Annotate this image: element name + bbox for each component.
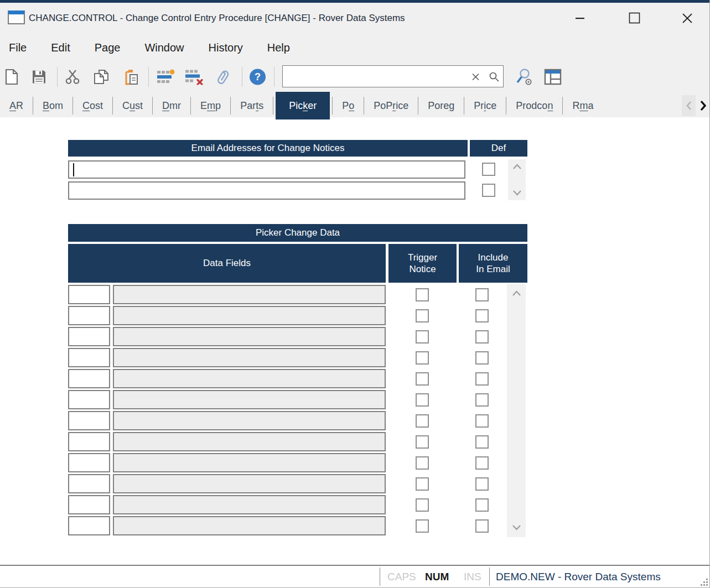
include-in-email-checkbox[interactable] <box>475 519 489 533</box>
new-document-button[interactable] <box>4 69 19 85</box>
delete-row-button[interactable] <box>184 69 203 85</box>
table-row <box>68 474 527 495</box>
minimize-button[interactable] <box>562 3 598 33</box>
tab-scroll-right-button[interactable] <box>696 95 709 116</box>
tab-ar[interactable]: AR <box>0 91 33 120</box>
close-button[interactable] <box>669 3 706 33</box>
app-icon[interactable] <box>8 11 25 24</box>
toolbar-separator <box>57 67 58 87</box>
table-row <box>68 495 527 516</box>
tab-cost[interactable]: Cost <box>73 91 112 120</box>
menu-window[interactable]: Window <box>144 41 184 54</box>
include-in-email-checkbox[interactable] <box>475 435 489 449</box>
search-lookup-button[interactable] <box>515 67 533 86</box>
row-code-input[interactable] <box>68 327 110 346</box>
row-data-field <box>113 327 386 346</box>
include-in-email-checkbox[interactable] <box>475 477 489 491</box>
trigger-notice-checkbox[interactable] <box>416 456 429 470</box>
menu-edit[interactable]: Edit <box>51 41 70 54</box>
tab-bom[interactable]: Bom <box>33 91 72 120</box>
email-address-input-2[interactable] <box>68 181 465 200</box>
picker-scrollbar[interactable] <box>507 284 526 537</box>
trigger-notice-checkbox[interactable] <box>416 477 429 491</box>
row-code-input[interactable] <box>68 306 110 325</box>
menu-file[interactable]: File <box>9 41 27 54</box>
tab-cust[interactable]: Cust <box>113 91 152 120</box>
row-code-input[interactable] <box>68 390 110 409</box>
save-icon <box>32 70 46 85</box>
trigger-notice-checkbox[interactable] <box>416 519 429 533</box>
trigger-notice-checkbox[interactable] <box>416 372 429 386</box>
include-in-email-checkbox[interactable] <box>475 456 489 470</box>
include-in-email-checkbox[interactable] <box>475 414 489 428</box>
tab-poreg[interactable]: Poreg <box>418 91 464 120</box>
paste-button[interactable] <box>123 69 139 85</box>
email-address-input-1[interactable] <box>68 160 465 179</box>
table-row <box>68 390 527 411</box>
help-button[interactable] <box>250 69 266 85</box>
search-clear-button[interactable] <box>471 73 480 81</box>
title-bar[interactable]: CHANGE.CONTROL - Change Control Entry Pr… <box>0 3 709 33</box>
tab-picker-selected[interactable]: Picker <box>276 92 330 119</box>
tab-prodcon[interactable]: Prodcon <box>506 91 562 120</box>
trigger-notice-checkbox[interactable] <box>416 330 429 344</box>
row-code-input[interactable] <box>68 285 110 304</box>
tab-po[interactable]: Po <box>333 91 364 120</box>
row-code-input[interactable] <box>68 369 110 388</box>
scroll-up-icon[interactable] <box>512 290 521 296</box>
def-column-header: Def <box>470 140 527 157</box>
scroll-up-icon[interactable] <box>512 164 522 170</box>
trigger-notice-checkbox[interactable] <box>416 393 429 407</box>
search-input[interactable] <box>282 65 504 87</box>
window-layout-button[interactable] <box>544 69 562 85</box>
row-code-input[interactable] <box>68 432 110 451</box>
include-in-email-checkbox[interactable] <box>475 498 489 512</box>
row-code-input[interactable] <box>68 474 110 493</box>
insert-row-button[interactable] <box>156 69 175 85</box>
search-icon <box>489 71 500 82</box>
scroll-down-icon[interactable] <box>512 524 521 530</box>
row-code-input[interactable] <box>68 495 110 514</box>
include-in-email-checkbox[interactable] <box>475 372 489 386</box>
trigger-notice-checkbox[interactable] <box>416 351 429 365</box>
include-in-email-checkbox[interactable] <box>475 309 489 322</box>
tab-price[interactable]: Price <box>464 91 506 120</box>
tab-emp[interactable]: Emp <box>191 91 230 120</box>
menu-page[interactable]: Page <box>95 41 121 54</box>
maximize-button[interactable] <box>616 3 652 33</box>
copy-button[interactable] <box>94 69 109 85</box>
include-in-email-checkbox[interactable] <box>475 288 489 301</box>
tab-poprice[interactable]: PoPrice <box>364 91 418 120</box>
tab-parts[interactable]: Parts <box>231 91 273 120</box>
menu-help[interactable]: Help <box>267 41 290 54</box>
save-button[interactable] <box>32 70 46 85</box>
menu-history[interactable]: History <box>209 41 243 54</box>
def-checkbox-1[interactable] <box>482 163 495 176</box>
table-row <box>68 516 527 537</box>
include-in-email-checkbox[interactable] <box>475 330 489 344</box>
row-code-input[interactable] <box>68 411 110 430</box>
tab-dmr[interactable]: Dmr <box>153 91 190 120</box>
scroll-down-icon[interactable] <box>512 190 522 196</box>
include-in-email-checkbox[interactable] <box>475 351 489 365</box>
cut-button[interactable] <box>64 69 81 85</box>
tab-rma[interactable]: Rma <box>563 91 603 120</box>
trigger-notice-checkbox[interactable] <box>416 288 429 301</box>
resize-grip[interactable] <box>701 579 708 586</box>
row-code-input[interactable] <box>68 453 110 472</box>
row-code-input[interactable] <box>68 348 110 367</box>
row-code-input[interactable] <box>68 516 110 535</box>
attachment-button[interactable] <box>214 67 232 86</box>
trigger-notice-checkbox[interactable] <box>416 414 429 428</box>
row-data-field <box>113 348 386 367</box>
include-in-email-checkbox[interactable] <box>475 393 489 407</box>
trigger-notice-checkbox[interactable] <box>416 498 429 512</box>
email-scrollbar[interactable] <box>508 159 526 200</box>
trigger-notice-checkbox[interactable] <box>416 435 429 449</box>
new-document-icon <box>4 69 19 85</box>
search-submit-button[interactable] <box>489 71 500 82</box>
def-checkbox-2[interactable] <box>482 184 495 197</box>
trigger-notice-checkbox[interactable] <box>416 309 429 322</box>
tab-scroll-left-button[interactable] <box>682 95 696 116</box>
row-data-field <box>113 516 386 535</box>
